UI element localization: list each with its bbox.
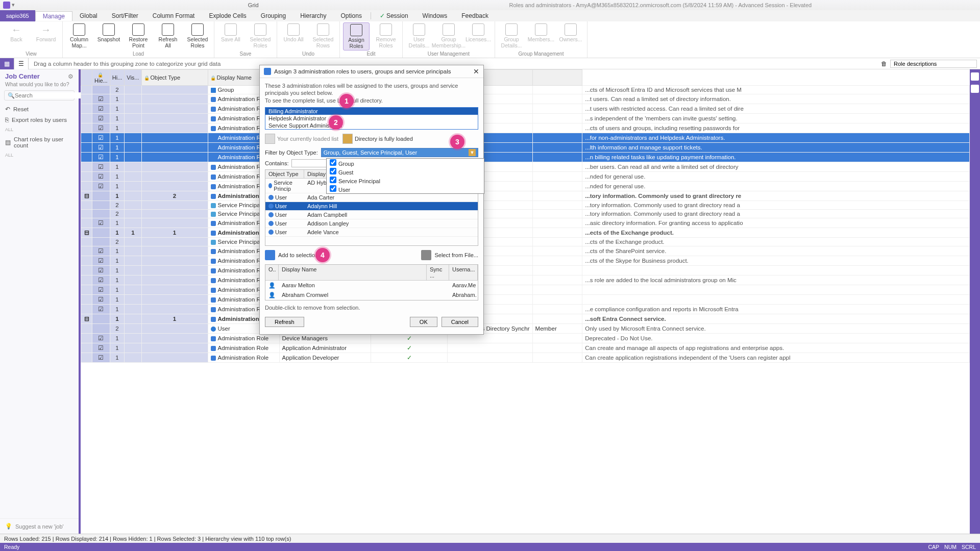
- table-row[interactable]: ☑ 1 Administration Role Compliance Admin…: [81, 305, 970, 314]
- table-row[interactable]: 2 Service Principal Directory Readers ..…: [81, 201, 970, 210]
- panel-icon-1[interactable]: [971, 72, 979, 81]
- qa-icon[interactable]: ▾: [12, 2, 15, 9]
- table-row[interactable]: ☑ 1 Administration Role Application Deve…: [81, 353, 970, 363]
- table-row[interactable]: ☑ 1 Administration Role Workplace Device…: [81, 295, 970, 305]
- view-grid-icon[interactable]: ▦: [0, 58, 14, 69]
- tab-explode[interactable]: Explode Cells: [202, 11, 253, 20]
- table-row[interactable]: 2 Service Principal Exchange Administrat…: [81, 238, 970, 246]
- sel-col-sync[interactable]: Sync ...: [427, 265, 449, 280]
- table-row[interactable]: ⊟ 1 1 Administration Role Directory Sync…: [81, 314, 970, 324]
- panel-icon-2[interactable]: [971, 85, 979, 93]
- assign-roles-button[interactable]: Assign Roles: [343, 22, 370, 51]
- table-row[interactable]: ☑ 1 Administration Role Device Managers …: [81, 334, 970, 343]
- close-icon[interactable]: ✕: [473, 67, 479, 76]
- tab-sortfilter[interactable]: Sort/Filter: [105, 11, 145, 20]
- col-hie[interactable]: Hie...: [92, 70, 110, 86]
- table-row[interactable]: ☑ 1 Administration Role Helpdesk Adminis…: [81, 133, 970, 143]
- load-directory-button[interactable]: Directory is fully loaded: [342, 134, 413, 144]
- role-item[interactable]: Billing Administrator: [265, 108, 478, 115]
- table-row[interactable]: ☑ 1 Administration Role SharePoint Admin…: [81, 246, 970, 256]
- cancel-button[interactable]: Cancel: [442, 317, 478, 327]
- table-row[interactable]: ☑ 1 Administration Role User ✓ ...ber us…: [81, 162, 970, 172]
- col-vis[interactable]: Vis...: [125, 70, 141, 86]
- role-item[interactable]: Service Support Administrator: [265, 122, 478, 129]
- status-bar: Rows Loaded: 215 | Rows Displayed: 214 |…: [0, 534, 980, 543]
- tab-global[interactable]: Global: [72, 11, 105, 20]
- table-row[interactable]: ☑ 1 Administration Role Service Support …: [81, 143, 970, 153]
- table-row[interactable]: ☑ 1 Administration Role Skype for Busine…: [81, 256, 970, 266]
- chevron-down-icon[interactable]: ▼: [469, 149, 476, 156]
- table-row[interactable]: ☑ 1 Administration Role Application Admi…: [81, 343, 970, 353]
- table-row[interactable]: ⊟ 1 1 1 Administration Role Exchange Adm…: [81, 228, 970, 238]
- sel-row[interactable]: 👤Abraham CromwelAbraham.: [265, 290, 478, 300]
- table-row[interactable]: ☑ 1 Administration Role User Administrat…: [81, 123, 970, 133]
- dd-sp[interactable]: Service Principal: [327, 176, 484, 185]
- table-row[interactable]: ☑ 1 Administration Role Restricted Guest…: [81, 104, 970, 114]
- sel-col-dn[interactable]: Display Name: [279, 265, 427, 280]
- brand-tab[interactable]: sapio365: [0, 10, 35, 21]
- table-row[interactable]: ☑ 1 Administration Role Guest Inviter ✓ …: [81, 114, 970, 123]
- chart-roles-button[interactable]: ▤Chart roles by user count: [0, 134, 79, 151]
- table-row[interactable]: ☑ 1 Administration Role Device Users ✓: [81, 266, 970, 276]
- restore-button[interactable]: Restore Point: [125, 22, 152, 49]
- table-row[interactable]: ☑ 1 Administration Role Billing Administ…: [81, 153, 970, 162]
- snapshot-button[interactable]: Snapshot: [95, 22, 122, 44]
- gear-icon[interactable]: [68, 73, 74, 80]
- table-row[interactable]: ☑ 1 Administration Role Partner Tier1 Su…: [81, 172, 970, 182]
- pick-row[interactable]: UserAdele Vance: [265, 228, 478, 237]
- panel-selector[interactable]: [890, 60, 977, 68]
- tab-manage[interactable]: Manage: [35, 11, 72, 21]
- pick-row[interactable]: UserAdalynn Hill: [265, 202, 478, 211]
- table-row[interactable]: ☑ 1 Administration Role Azure AD Joined …: [81, 276, 970, 285]
- tab-hierarchy[interactable]: Hierarchy: [293, 11, 333, 20]
- table-row[interactable]: 2 User Directory Synchronization Acc ✓ O…: [81, 324, 970, 334]
- tab-session[interactable]: ✓Session: [373, 11, 415, 20]
- loaded-list-button[interactable]: Your currently loaded list: [265, 134, 338, 144]
- filter-dropdown[interactable]: Group Guest Service Principal User: [326, 158, 484, 194]
- colmap-button[interactable]: Column Map...: [66, 22, 92, 49]
- refreshall-button[interactable]: Refresh All: [155, 22, 181, 49]
- reset-button[interactable]: Reset: [0, 104, 79, 115]
- col-objtype[interactable]: Object Type: [141, 70, 208, 86]
- right-panel-handle[interactable]: [970, 69, 980, 534]
- pick-row[interactable]: UserAddison Langley: [265, 219, 478, 228]
- refresh-button[interactable]: Refresh: [265, 317, 304, 327]
- role-item[interactable]: Helpdesk Administrator: [265, 115, 478, 122]
- pick-row[interactable]: UserAdam Campbell: [265, 211, 478, 219]
- dd-group[interactable]: Group: [327, 159, 484, 167]
- sel-col-user[interactable]: Userna...: [449, 265, 478, 280]
- export-roles-button[interactable]: ⎘Export roles by users: [0, 115, 79, 125]
- table-row[interactable]: ☑ 1 Administration Role Partner Tier2 Su…: [81, 182, 970, 191]
- table-row[interactable]: ☑ 1 Administration Role Directory Writer…: [81, 218, 970, 228]
- table-row[interactable]: ⊟ 1 2 Administration Role Directory Read…: [81, 191, 970, 201]
- add-to-selection-button[interactable]: Add to selection: [265, 250, 318, 260]
- tab-grouping[interactable]: Grouping: [254, 11, 293, 20]
- selroles-load-button[interactable]: Selected Roles: [184, 22, 211, 49]
- table-row[interactable]: ☑ 1 Administration Role Device Join ✓: [81, 285, 970, 295]
- tab-colformat[interactable]: Column Format: [145, 11, 202, 20]
- table-row[interactable]: 2 Group Global Administrator ...cts of M…: [81, 86, 970, 94]
- selection-table[interactable]: O.. Display Name Sync ... Userna... 👤Aar…: [265, 264, 478, 300]
- dd-guest[interactable]: Guest: [327, 167, 484, 176]
- table-row[interactable]: ☑ 1 Administration Role Guest User ✓ ...…: [81, 94, 970, 104]
- ok-button[interactable]: OK: [410, 317, 437, 327]
- pick-col-ot[interactable]: Object Type: [265, 170, 304, 178]
- trash-icon[interactable]: 🗑: [881, 60, 887, 67]
- table-row[interactable]: 2 Service Principal Directory Readers ..…: [81, 210, 970, 218]
- tab-feedback[interactable]: Feedback: [454, 11, 496, 20]
- view-list-icon[interactable]: ☰: [14, 58, 29, 69]
- sel-col-o[interactable]: O..: [265, 265, 279, 280]
- tab-options[interactable]: Options: [334, 11, 369, 20]
- filter-combo[interactable]: Group, Guest, Service Principal, User▼: [321, 148, 478, 157]
- suggest-job[interactable]: 💡Suggest a new 'job': [0, 518, 79, 534]
- pick-row[interactable]: UserAda Carter: [265, 193, 478, 202]
- grid[interactable]: Hie... Hi... Vis... Object Type Display …: [81, 69, 970, 534]
- select-from-file-button[interactable]: Select from File...: [421, 250, 478, 260]
- search-input[interactable]: [4, 90, 75, 101]
- dd-user[interactable]: User: [327, 185, 484, 193]
- all-label: ALL: [5, 127, 13, 132]
- sel-row[interactable]: 👤Aarav MeltonAarav.Me: [265, 281, 478, 290]
- col-hi[interactable]: Hi...: [110, 70, 125, 86]
- tab-windows[interactable]: Windows: [415, 11, 455, 20]
- role-list[interactable]: Billing Administrator Helpdesk Administr…: [265, 107, 478, 130]
